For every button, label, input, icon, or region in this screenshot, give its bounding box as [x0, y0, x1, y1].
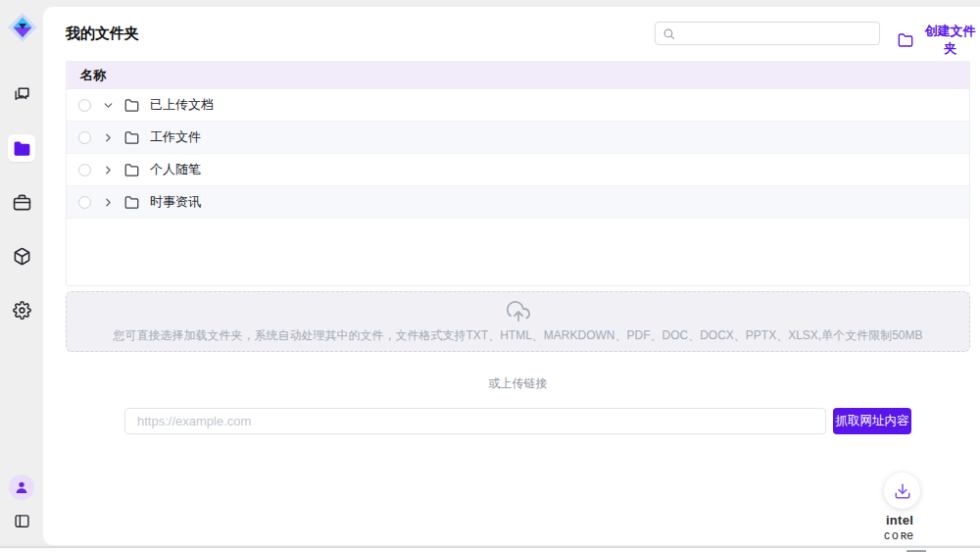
intel-core-logo: intel coʀe ultra	[868, 513, 931, 552]
chevron-down-icon[interactable]	[100, 97, 116, 113]
download-fab-button[interactable]	[884, 473, 920, 509]
row-checkbox[interactable]	[78, 131, 91, 144]
table-header: 名称	[67, 62, 969, 89]
table-row[interactable]: 个人随笔	[67, 154, 969, 186]
upload-dropzone[interactable]: 您可直接选择加载文件夹，系统自动处理其中的文件，文件格式支持TXT、HTML、M…	[66, 291, 970, 352]
intel-logo-text: intel	[886, 513, 913, 527]
sidebar-item-workspace[interactable]	[8, 188, 35, 216]
app-window: 我的文件夹 创建文件夹 名称	[0, 0, 980, 552]
download-icon	[894, 482, 911, 500]
page-title: 我的文件夹	[66, 25, 139, 43]
table-row[interactable]: 工作文件	[67, 122, 969, 154]
folder-icon	[124, 98, 139, 113]
folder-table: 名称 已上传文档 工作文件	[66, 61, 970, 286]
user-avatar[interactable]	[9, 475, 34, 500]
search-input[interactable]	[680, 26, 872, 40]
sidebar	[0, 0, 43, 545]
create-folder-button[interactable]: 创建文件夹	[898, 23, 980, 58]
main-panel: 我的文件夹 创建文件夹 名称	[43, 7, 980, 545]
row-checkbox[interactable]	[78, 196, 91, 209]
folder-name: 个人随笔	[150, 161, 201, 178]
chevron-right-icon[interactable]	[100, 129, 116, 145]
chat-icon	[13, 85, 31, 104]
gear-icon	[13, 301, 31, 320]
column-header-name: 名称	[80, 67, 106, 84]
fetch-url-button[interactable]: 抓取网址内容	[833, 408, 911, 434]
panel-icon	[14, 513, 30, 529]
collapse-panel-button[interactable]	[11, 510, 32, 531]
folder-name: 时事资讯	[150, 193, 201, 211]
window-bottom-strip	[0, 548, 980, 552]
row-checkbox[interactable]	[78, 164, 91, 176]
chevron-right-icon[interactable]	[100, 194, 116, 210]
folder-plus-icon	[898, 32, 913, 48]
table-row[interactable]: 时事资讯	[67, 186, 969, 219]
search-icon	[662, 27, 675, 40]
folder-icon	[13, 139, 31, 158]
cloud-upload-icon	[507, 300, 530, 324]
folder-icon	[124, 163, 139, 177]
sidebar-item-folders[interactable]	[8, 134, 35, 162]
table-row[interactable]: 已上传文档	[67, 89, 969, 122]
briefcase-icon	[13, 193, 31, 212]
folder-icon	[124, 130, 139, 145]
core-logo-text: coʀe	[884, 528, 915, 542]
folder-name: 已上传文档	[150, 96, 214, 114]
url-upload-row: 抓取网址内容	[124, 408, 911, 434]
folder-name: 工作文件	[150, 128, 201, 146]
chevron-right-icon[interactable]	[100, 162, 116, 177]
row-checkbox[interactable]	[78, 99, 91, 112]
upload-hint-text: 您可直接选择加载文件夹，系统自动处理其中的文件，文件格式支持TXT、HTML、M…	[113, 327, 922, 344]
search-box	[655, 22, 880, 45]
sidebar-item-models[interactable]	[8, 242, 35, 270]
create-folder-label: 创建文件夹	[920, 23, 980, 58]
sidebar-item-settings[interactable]	[8, 296, 35, 324]
cube-icon	[13, 247, 31, 266]
sidebar-item-chat[interactable]	[8, 80, 35, 108]
user-avatar-icon	[14, 479, 29, 495]
or-upload-link-label: 或上传链接	[66, 376, 970, 392]
folder-icon	[124, 195, 139, 210]
url-input[interactable]	[124, 408, 826, 434]
app-logo-icon	[7, 12, 38, 43]
